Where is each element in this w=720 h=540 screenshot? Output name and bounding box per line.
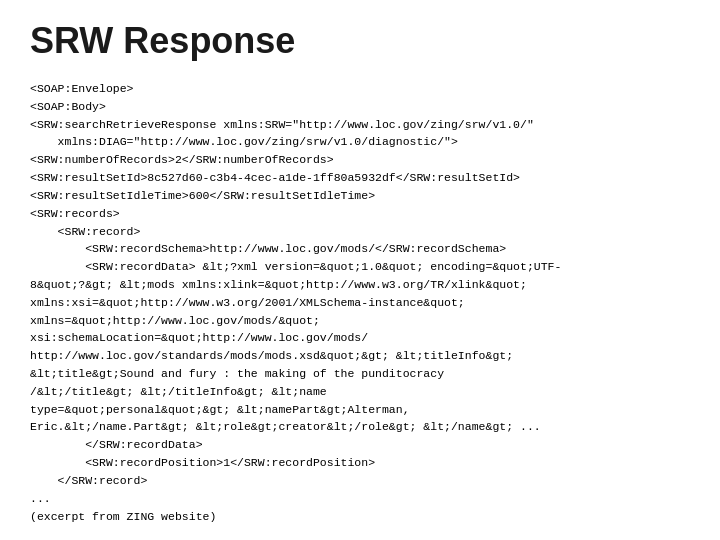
page-title: SRW Response — [30, 20, 690, 62]
page-container: SRW Response <SOAP:Envelope> <SOAP:Body>… — [0, 0, 720, 540]
code-block: <SOAP:Envelope> <SOAP:Body> <SRW:searchR… — [30, 80, 690, 525]
code-line-1: <SOAP:Envelope> <SOAP:Body> <SRW:searchR… — [30, 82, 561, 523]
